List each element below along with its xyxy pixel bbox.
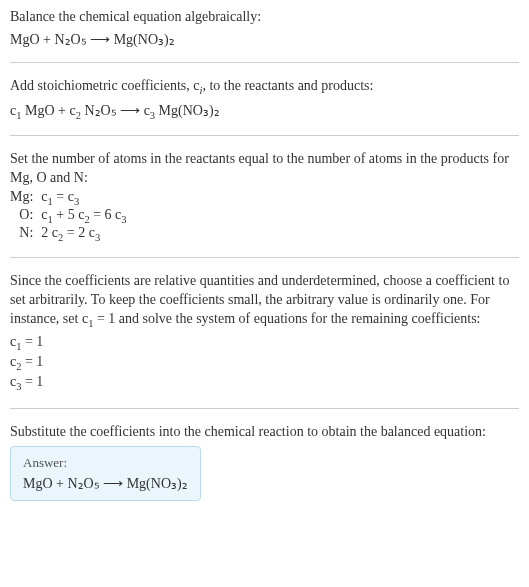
row-label: N: bbox=[10, 225, 41, 243]
step3-text: Since the coefficients are relative quan… bbox=[10, 272, 519, 331]
r3: Mg(NO₃)₂ bbox=[155, 103, 220, 118]
intro-equation: MgO + N₂O₅ ⟶ Mg(NO₃)₂ bbox=[10, 31, 519, 48]
atom-balance-table: Mg: c1 = c3 O: c1 + 5 c2 = 6 c3 N: 2 c2 … bbox=[10, 189, 127, 242]
coeff-line: c1 = 1 bbox=[10, 333, 519, 353]
answer-label: Answer: bbox=[23, 455, 188, 471]
answer-box: Answer: MgO + N₂O₅ ⟶ Mg(NO₃)₂ bbox=[10, 446, 201, 501]
row-eq: c1 + 5 c2 = 6 c3 bbox=[41, 207, 126, 225]
step1-text: Add stoichiometric coefficients, ci, to … bbox=[10, 77, 519, 98]
r2: N₂O₅ ⟶ bbox=[81, 103, 144, 118]
divider bbox=[10, 257, 519, 258]
step2-section: Set the number of atoms in the reactants… bbox=[10, 150, 519, 243]
step1-equation: c1 MgO + c2 N₂O₅ ⟶ c3 Mg(NO₃)₂ bbox=[10, 102, 519, 121]
row-eq: c1 = c3 bbox=[41, 189, 126, 207]
divider bbox=[10, 408, 519, 409]
step1-text-b: , to the reactants and products: bbox=[202, 78, 373, 93]
row-label: Mg: bbox=[10, 189, 41, 207]
divider bbox=[10, 62, 519, 63]
step3-section: Since the coefficients are relative quan… bbox=[10, 272, 519, 394]
step1-text-a: Add stoichiometric coefficients, bbox=[10, 78, 193, 93]
answer-equation: MgO + N₂O₅ ⟶ Mg(NO₃)₂ bbox=[23, 475, 188, 492]
intro-section: Balance the chemical equation algebraica… bbox=[10, 8, 519, 48]
coeff-line: c3 = 1 bbox=[10, 373, 519, 393]
divider bbox=[10, 135, 519, 136]
r1: MgO + bbox=[21, 103, 69, 118]
table-row: O: c1 + 5 c2 = 6 c3 bbox=[10, 207, 127, 225]
coeff-line: c2 = 1 bbox=[10, 353, 519, 373]
table-row: Mg: c1 = c3 bbox=[10, 189, 127, 207]
step4-section: Substitute the coefficients into the che… bbox=[10, 423, 519, 501]
step4-text: Substitute the coefficients into the che… bbox=[10, 423, 519, 442]
step1-section: Add stoichiometric coefficients, ci, to … bbox=[10, 77, 519, 121]
intro-text: Balance the chemical equation algebraica… bbox=[10, 8, 519, 27]
row-label: O: bbox=[10, 207, 41, 225]
step2-text: Set the number of atoms in the reactants… bbox=[10, 150, 519, 188]
coefficients-list: c1 = 1 c2 = 1 c3 = 1 bbox=[10, 333, 519, 394]
row-eq: 2 c2 = 2 c3 bbox=[41, 225, 126, 243]
table-row: N: 2 c2 = 2 c3 bbox=[10, 225, 127, 243]
